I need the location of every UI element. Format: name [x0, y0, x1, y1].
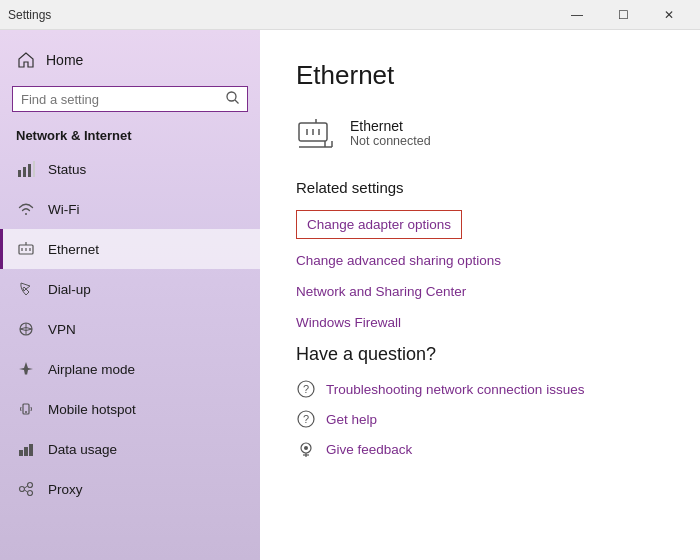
- search-input[interactable]: [21, 92, 220, 107]
- minimize-button[interactable]: —: [554, 0, 600, 30]
- svg-line-21: [25, 486, 28, 488]
- ethernet-icon: [16, 239, 36, 259]
- related-settings-heading: Related settings: [296, 179, 664, 196]
- sidebar-item-dialup[interactable]: Dial-up: [0, 269, 260, 309]
- svg-point-36: [304, 446, 308, 450]
- close-button[interactable]: ✕: [646, 0, 692, 30]
- airplane-icon: [16, 359, 36, 379]
- status-label: Status: [48, 162, 86, 177]
- sidebar-section-title: Network & Internet: [0, 118, 260, 149]
- windows-firewall-link[interactable]: Windows Firewall: [296, 313, 664, 332]
- svg-rect-5: [33, 161, 35, 177]
- svg-rect-3: [23, 167, 26, 177]
- svg-line-1: [235, 100, 239, 104]
- feedback-icon: [296, 439, 316, 459]
- vpn-icon: [16, 319, 36, 339]
- ethernet-status-row: Ethernet Not connected: [296, 115, 664, 151]
- svg-point-20: [28, 491, 33, 496]
- hotspot-icon: [16, 399, 36, 419]
- svg-point-19: [28, 483, 33, 488]
- main-container: Home Network & Internet: [0, 30, 700, 560]
- svg-text:?: ?: [303, 383, 309, 395]
- sidebar-item-airplane[interactable]: Airplane mode: [0, 349, 260, 389]
- dialup-label: Dial-up: [48, 282, 91, 297]
- sidebar-item-status[interactable]: Status: [0, 149, 260, 189]
- data-icon: [16, 439, 36, 459]
- svg-line-22: [25, 490, 28, 492]
- hotspot-label: Mobile hotspot: [48, 402, 136, 417]
- content-area: Ethernet Ethernet Not connected: [260, 30, 700, 560]
- sidebar: Home Network & Internet: [0, 30, 260, 560]
- home-icon: [16, 50, 36, 70]
- home-label: Home: [46, 52, 83, 68]
- svg-point-14: [25, 411, 27, 413]
- sidebar-item-proxy[interactable]: Proxy: [0, 469, 260, 509]
- svg-rect-16: [24, 447, 28, 456]
- dialup-icon: [16, 279, 36, 299]
- proxy-label: Proxy: [48, 482, 83, 497]
- get-help-icon: ?: [296, 409, 316, 429]
- sidebar-item-wifi[interactable]: Wi-Fi: [0, 189, 260, 229]
- sidebar-item-ethernet[interactable]: Ethernet: [0, 229, 260, 269]
- ethernet-name: Ethernet: [350, 118, 431, 134]
- svg-rect-2: [18, 170, 21, 177]
- status-icon: [16, 159, 36, 179]
- troubleshoot-item[interactable]: ? Troubleshooting network connection iss…: [296, 379, 664, 399]
- svg-point-0: [227, 92, 236, 101]
- search-box[interactable]: [12, 86, 248, 112]
- search-icon: [226, 91, 239, 107]
- sidebar-item-hotspot[interactable]: Mobile hotspot: [0, 389, 260, 429]
- wifi-label: Wi-Fi: [48, 202, 79, 217]
- window-controls: — ☐ ✕: [554, 0, 692, 30]
- get-help-link[interactable]: Get help: [326, 412, 377, 427]
- troubleshoot-icon: ?: [296, 379, 316, 399]
- svg-point-18: [20, 487, 25, 492]
- titlebar: Settings — ☐ ✕: [0, 0, 700, 30]
- sidebar-item-vpn[interactable]: VPN: [0, 309, 260, 349]
- have-question-heading: Have a question?: [296, 344, 664, 365]
- troubleshoot-link[interactable]: Troubleshooting network connection issue…: [326, 382, 584, 397]
- feedback-link[interactable]: Give feedback: [326, 442, 412, 457]
- maximize-button[interactable]: ☐: [600, 0, 646, 30]
- data-label: Data usage: [48, 442, 117, 457]
- sidebar-item-data[interactable]: Data usage: [0, 429, 260, 469]
- page-title: Ethernet: [296, 60, 664, 91]
- change-adapter-options-link[interactable]: Change adapter options: [296, 210, 462, 239]
- app-title: Settings: [8, 8, 51, 22]
- advanced-sharing-options-link[interactable]: Change advanced sharing options: [296, 251, 664, 270]
- network-sharing-center-link[interactable]: Network and Sharing Center: [296, 282, 664, 301]
- ethernet-device-icon: [296, 115, 336, 151]
- ethernet-label: Ethernet: [48, 242, 99, 257]
- vpn-label: VPN: [48, 322, 76, 337]
- wifi-icon: [16, 199, 36, 219]
- airplane-label: Airplane mode: [48, 362, 135, 377]
- ethernet-connection-status: Not connected: [350, 134, 431, 148]
- svg-text:?: ?: [303, 413, 309, 425]
- svg-rect-4: [28, 164, 31, 177]
- sidebar-item-home[interactable]: Home: [0, 40, 260, 80]
- feedback-item[interactable]: Give feedback: [296, 439, 664, 459]
- proxy-icon: [16, 479, 36, 499]
- svg-rect-15: [19, 450, 23, 456]
- get-help-item[interactable]: ? Get help: [296, 409, 664, 429]
- ethernet-info: Ethernet Not connected: [350, 118, 431, 148]
- svg-rect-17: [29, 444, 33, 456]
